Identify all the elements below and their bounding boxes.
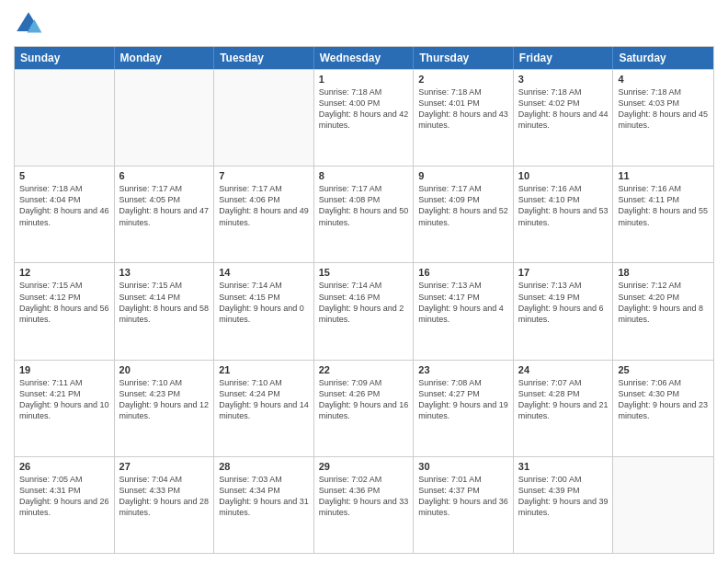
calendar-cell: 24Sunrise: 7:07 AMSunset: 4:28 PMDayligh… — [514, 361, 614, 456]
day-number: 25 — [618, 364, 709, 375]
day-number: 21 — [219, 364, 309, 375]
logo-icon — [14, 9, 43, 39]
day-number: 31 — [518, 461, 609, 472]
calendar-cell: 22Sunrise: 7:09 AMSunset: 4:26 PMDayligh… — [314, 361, 415, 456]
cell-details: Sunrise: 7:09 AMSunset: 4:26 PMDaylight:… — [319, 377, 409, 422]
day-number: 13 — [119, 267, 210, 278]
cell-details: Sunrise: 7:01 AMSunset: 4:37 PMDaylight:… — [418, 474, 508, 519]
cell-details: Sunrise: 7:14 AMSunset: 4:15 PMDaylight:… — [219, 280, 309, 325]
calendar-cell: 9Sunrise: 7:17 AMSunset: 4:09 PMDaylight… — [414, 167, 514, 262]
header-cell-thursday: Thursday — [414, 47, 514, 69]
calendar-week-3: 19Sunrise: 7:11 AMSunset: 4:21 PMDayligh… — [15, 360, 713, 456]
cell-details: Sunrise: 7:11 AMSunset: 4:21 PMDaylight:… — [19, 377, 109, 422]
cell-details: Sunrise: 7:03 AMSunset: 4:34 PMDaylight:… — [219, 474, 309, 519]
calendar-cell: 2Sunrise: 7:18 AMSunset: 4:01 PMDaylight… — [414, 70, 514, 166]
cell-details: Sunrise: 7:06 AMSunset: 4:30 PMDaylight:… — [618, 377, 709, 422]
day-number: 24 — [518, 364, 609, 375]
day-number: 27 — [119, 461, 210, 472]
day-number: 4 — [618, 74, 709, 85]
cell-details: Sunrise: 7:14 AMSunset: 4:16 PMDaylight:… — [319, 280, 409, 325]
day-number: 7 — [219, 170, 309, 181]
day-number: 16 — [418, 267, 508, 278]
calendar-cell: 25Sunrise: 7:06 AMSunset: 4:30 PMDayligh… — [613, 361, 713, 456]
day-number: 17 — [518, 267, 609, 278]
cell-details: Sunrise: 7:15 AMSunset: 4:12 PMDaylight:… — [19, 280, 109, 325]
cell-details: Sunrise: 7:17 AMSunset: 4:08 PMDaylight:… — [319, 183, 409, 228]
calendar-cell: 26Sunrise: 7:05 AMSunset: 4:31 PMDayligh… — [15, 457, 115, 553]
cell-details: Sunrise: 7:17 AMSunset: 4:06 PMDaylight:… — [219, 183, 309, 228]
cell-details: Sunrise: 7:18 AMSunset: 4:02 PMDaylight:… — [518, 86, 609, 132]
calendar-cell — [214, 70, 314, 166]
header-cell-monday: Monday — [115, 47, 215, 69]
day-number: 8 — [319, 170, 409, 181]
calendar-cell — [15, 70, 115, 166]
day-number: 28 — [219, 461, 309, 472]
cell-details: Sunrise: 7:07 AMSunset: 4:28 PMDaylight:… — [518, 377, 609, 422]
calendar-cell: 17Sunrise: 7:13 AMSunset: 4:19 PMDayligh… — [514, 263, 614, 359]
calendar-header-row: SundayMondayTuesdayWednesdayThursdayFrid… — [15, 47, 713, 69]
day-number: 6 — [119, 170, 210, 181]
cell-details: Sunrise: 7:00 AMSunset: 4:39 PMDaylight:… — [518, 474, 609, 519]
calendar: SundayMondayTuesdayWednesdayThursdayFrid… — [14, 46, 714, 554]
cell-details: Sunrise: 7:18 AMSunset: 4:04 PMDaylight:… — [19, 183, 109, 228]
day-number: 14 — [219, 267, 309, 278]
day-number: 18 — [618, 267, 709, 278]
calendar-cell: 1Sunrise: 7:18 AMSunset: 4:00 PMDaylight… — [314, 70, 415, 166]
calendar-cell: 10Sunrise: 7:16 AMSunset: 4:10 PMDayligh… — [514, 167, 614, 262]
cell-details: Sunrise: 7:17 AMSunset: 4:05 PMDaylight:… — [119, 183, 210, 228]
day-number: 19 — [19, 364, 109, 375]
calendar-week-0: 1Sunrise: 7:18 AMSunset: 4:00 PMDaylight… — [15, 69, 713, 166]
calendar-cell: 5Sunrise: 7:18 AMSunset: 4:04 PMDaylight… — [15, 167, 115, 262]
calendar-cell: 21Sunrise: 7:10 AMSunset: 4:24 PMDayligh… — [214, 361, 314, 456]
calendar-cell: 11Sunrise: 7:16 AMSunset: 4:11 PMDayligh… — [613, 167, 713, 262]
day-number: 15 — [319, 267, 409, 278]
cell-details: Sunrise: 7:16 AMSunset: 4:10 PMDaylight:… — [518, 183, 609, 228]
logo — [14, 9, 47, 39]
cell-details: Sunrise: 7:10 AMSunset: 4:23 PMDaylight:… — [119, 377, 210, 422]
calendar-week-4: 26Sunrise: 7:05 AMSunset: 4:31 PMDayligh… — [15, 456, 713, 553]
calendar-cell: 13Sunrise: 7:15 AMSunset: 4:14 PMDayligh… — [115, 263, 215, 359]
calendar-cell — [115, 70, 215, 166]
header-cell-sunday: Sunday — [15, 47, 115, 69]
day-number: 3 — [518, 74, 609, 85]
calendar-cell: 29Sunrise: 7:02 AMSunset: 4:36 PMDayligh… — [314, 457, 415, 553]
cell-details: Sunrise: 7:08 AMSunset: 4:27 PMDaylight:… — [418, 377, 508, 422]
day-number: 9 — [418, 170, 508, 181]
day-number: 22 — [319, 364, 409, 375]
day-number: 29 — [319, 461, 409, 472]
calendar-week-2: 12Sunrise: 7:15 AMSunset: 4:12 PMDayligh… — [15, 262, 713, 359]
header-cell-friday: Friday — [514, 47, 614, 69]
cell-details: Sunrise: 7:12 AMSunset: 4:20 PMDaylight:… — [618, 280, 709, 325]
day-number: 20 — [119, 364, 210, 375]
day-number: 30 — [418, 461, 508, 472]
calendar-cell: 19Sunrise: 7:11 AMSunset: 4:21 PMDayligh… — [15, 361, 115, 456]
day-number: 11 — [618, 170, 709, 181]
header-cell-saturday: Saturday — [613, 47, 713, 69]
calendar-cell: 20Sunrise: 7:10 AMSunset: 4:23 PMDayligh… — [115, 361, 215, 456]
calendar-week-1: 5Sunrise: 7:18 AMSunset: 4:04 PMDaylight… — [15, 166, 713, 262]
calendar-cell: 15Sunrise: 7:14 AMSunset: 4:16 PMDayligh… — [314, 263, 415, 359]
cell-details: Sunrise: 7:04 AMSunset: 4:33 PMDaylight:… — [119, 474, 210, 519]
calendar-cell: 31Sunrise: 7:00 AMSunset: 4:39 PMDayligh… — [514, 457, 614, 553]
calendar-cell: 6Sunrise: 7:17 AMSunset: 4:05 PMDaylight… — [115, 167, 215, 262]
calendar-cell: 8Sunrise: 7:17 AMSunset: 4:08 PMDaylight… — [314, 167, 415, 262]
calendar-cell: 18Sunrise: 7:12 AMSunset: 4:20 PMDayligh… — [613, 263, 713, 359]
cell-details: Sunrise: 7:18 AMSunset: 4:00 PMDaylight:… — [319, 86, 409, 132]
day-number: 2 — [418, 74, 508, 85]
header — [14, 9, 714, 39]
calendar-cell: 4Sunrise: 7:18 AMSunset: 4:03 PMDaylight… — [613, 70, 713, 166]
cell-details: Sunrise: 7:02 AMSunset: 4:36 PMDaylight:… — [319, 474, 409, 519]
day-number: 12 — [19, 267, 109, 278]
cell-details: Sunrise: 7:18 AMSunset: 4:03 PMDaylight:… — [618, 86, 709, 132]
calendar-cell: 27Sunrise: 7:04 AMSunset: 4:33 PMDayligh… — [115, 457, 215, 553]
cell-details: Sunrise: 7:15 AMSunset: 4:14 PMDaylight:… — [119, 280, 210, 325]
calendar-body: 1Sunrise: 7:18 AMSunset: 4:00 PMDaylight… — [15, 69, 713, 553]
cell-details: Sunrise: 7:13 AMSunset: 4:19 PMDaylight:… — [518, 280, 609, 325]
day-number: 1 — [319, 74, 409, 85]
calendar-cell — [613, 457, 713, 553]
calendar-cell: 12Sunrise: 7:15 AMSunset: 4:12 PMDayligh… — [15, 263, 115, 359]
page: SundayMondayTuesdayWednesdayThursdayFrid… — [0, 0, 728, 563]
cell-details: Sunrise: 7:16 AMSunset: 4:11 PMDaylight:… — [618, 183, 709, 228]
day-number: 26 — [19, 461, 109, 472]
header-cell-tuesday: Tuesday — [214, 47, 314, 69]
